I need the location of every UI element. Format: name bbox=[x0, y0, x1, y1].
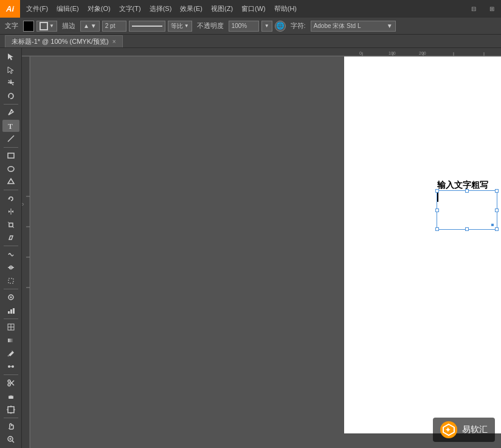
column-graph-tool[interactable] bbox=[2, 305, 19, 317]
menu-view[interactable]: 视图(Z) bbox=[207, 0, 237, 18]
handle-top-right[interactable] bbox=[495, 189, 499, 193]
lasso-tool[interactable] bbox=[2, 90, 19, 103]
svg-marker-12 bbox=[8, 198, 10, 199]
line-dropdown[interactable]: 等比▼ bbox=[168, 21, 192, 32]
selection-tool[interactable] bbox=[2, 50, 19, 63]
ellipse-tool[interactable] bbox=[2, 162, 19, 175]
toolbar: T bbox=[0, 48, 22, 448]
reflect-tool[interactable] bbox=[2, 205, 19, 218]
symbol-tool[interactable] bbox=[2, 291, 19, 304]
menu-edit[interactable]: 编辑(E) bbox=[53, 0, 83, 18]
blend-tool[interactable] bbox=[2, 360, 19, 373]
stroke-width-input[interactable]: 2 pt bbox=[102, 21, 126, 32]
tool-separator-6 bbox=[4, 319, 18, 319]
handle-middle-right[interactable] bbox=[495, 208, 499, 212]
handle-top-left[interactable] bbox=[435, 189, 439, 193]
svg-point-34 bbox=[8, 380, 10, 382]
svg-rect-38 bbox=[8, 407, 14, 413]
svg-point-10 bbox=[8, 167, 14, 171]
svg-point-5 bbox=[10, 81, 12, 84]
svg-point-6 bbox=[10, 109, 12, 111]
rect-tool[interactable] bbox=[2, 150, 19, 162]
opacity-label: 不透明度 bbox=[195, 21, 226, 30]
svg-point-30 bbox=[8, 365, 10, 368]
svg-text:✦: ✦ bbox=[445, 426, 451, 433]
stroke-stepper[interactable]: ▲▼ bbox=[80, 21, 100, 32]
handle-bottom-middle[interactable] bbox=[465, 227, 469, 231]
watermark-text: 易软汇 bbox=[462, 424, 488, 435]
scale-tool[interactable] bbox=[2, 218, 19, 231]
text-bounding-box[interactable]: 输入文字粗写 bbox=[437, 190, 497, 230]
svg-line-44 bbox=[12, 441, 14, 443]
type-tool[interactable]: T bbox=[2, 120, 19, 133]
handle-bottom-right[interactable] bbox=[495, 227, 499, 231]
stroke-label: 描边 bbox=[60, 21, 78, 30]
svg-rect-28 bbox=[8, 339, 14, 342]
canvas-area[interactable]: 0 100 200 0 输入文字粗写 bbox=[22, 48, 501, 448]
handle-bottom-left[interactable] bbox=[435, 227, 439, 231]
line-tool[interactable] bbox=[2, 133, 19, 145]
shear-tool[interactable] bbox=[2, 232, 19, 244]
polygon-tool[interactable] bbox=[2, 176, 19, 188]
svg-text:T: T bbox=[8, 122, 13, 130]
rotate-tool[interactable] bbox=[2, 192, 19, 205]
panel-icon[interactable]: ⊟ bbox=[465, 0, 483, 18]
svg-line-8 bbox=[8, 136, 14, 142]
svg-line-16 bbox=[13, 227, 14, 228]
menu-type[interactable]: 文字(T) bbox=[116, 0, 145, 18]
font-dropdown-arrow[interactable]: ▼ bbox=[387, 22, 393, 29]
tool-separator-1 bbox=[4, 104, 18, 105]
stroke-dropdown[interactable]: ▼ bbox=[36, 21, 57, 32]
artboard: 输入文字粗写 bbox=[344, 57, 501, 433]
svg-point-31 bbox=[12, 365, 14, 368]
warp-tool[interactable] bbox=[2, 248, 19, 261]
direct-selection-tool[interactable] bbox=[2, 64, 19, 77]
eraser-tool[interactable] bbox=[2, 390, 19, 403]
gradient-tool[interactable] bbox=[2, 334, 19, 347]
magic-wand-tool[interactable] bbox=[2, 77, 19, 89]
handle-top-middle[interactable] bbox=[465, 189, 469, 193]
menu-effect[interactable]: 效果(E) bbox=[176, 0, 206, 18]
opacity-dropdown-arrow[interactable]: ▼ bbox=[261, 21, 272, 32]
tool-separator-3 bbox=[4, 190, 18, 190]
font-name-input[interactable]: Adobe 宋体 Std L ▼ bbox=[311, 21, 396, 32]
globe-icon[interactable]: 🌐 bbox=[275, 21, 286, 32]
arrange-icon[interactable]: ⊞ bbox=[483, 0, 501, 18]
hand-tool[interactable] bbox=[2, 420, 19, 433]
svg-rect-23 bbox=[10, 309, 12, 314]
fill-color-swatch[interactable] bbox=[23, 21, 34, 32]
document-tab[interactable]: 未标题-1* @ 100% (CMYK/预览) × bbox=[5, 35, 123, 47]
control-bar: 文字 ▼ 描边 ▲▼ 2 pt 等比▼ 不透明度 100% ▼ 🌐 字符: Ad… bbox=[0, 18, 501, 35]
mesh-tool[interactable] bbox=[2, 321, 19, 334]
zoom-tool[interactable] bbox=[2, 433, 19, 446]
menu-file[interactable]: 文件(F) bbox=[22, 0, 52, 18]
handle-middle-left[interactable] bbox=[435, 208, 439, 212]
opacity-input[interactable]: 100% bbox=[229, 21, 259, 32]
svg-marker-11 bbox=[8, 179, 14, 184]
artboard-tool[interactable] bbox=[2, 403, 19, 416]
width-tool[interactable] bbox=[2, 261, 19, 274]
eyedropper-tool[interactable] bbox=[2, 347, 19, 360]
top-ruler: 0 100 200 bbox=[22, 48, 501, 57]
tool-separator-4 bbox=[4, 246, 18, 246]
menu-window[interactable]: 窗口(W) bbox=[238, 0, 269, 18]
app-logo: Ai bbox=[0, 0, 20, 18]
tab-close-button[interactable]: × bbox=[112, 38, 116, 45]
svg-rect-19 bbox=[9, 278, 13, 283]
watermark: ✦ 易软汇 bbox=[433, 418, 495, 442]
svg-rect-22 bbox=[8, 311, 10, 314]
svg-line-15 bbox=[8, 222, 9, 223]
free-transform-tool[interactable] bbox=[2, 275, 19, 288]
svg-text:0: 0 bbox=[22, 203, 24, 205]
text-content: 输入文字粗写 bbox=[437, 180, 488, 191]
line-style-preview[interactable] bbox=[129, 21, 165, 32]
pen-tool[interactable] bbox=[2, 106, 19, 119]
menu-help[interactable]: 帮助(H) bbox=[271, 0, 300, 18]
scissors-tool[interactable] bbox=[2, 377, 19, 390]
svg-line-4 bbox=[12, 84, 13, 85]
menu-object[interactable]: 对象(O) bbox=[84, 0, 114, 18]
title-bar: Ai 文件(F) 编辑(E) 对象(O) 文字(T) 选择(S) 效果(E) 视… bbox=[0, 0, 501, 18]
menu-select[interactable]: 选择(S) bbox=[146, 0, 176, 18]
main-area: T bbox=[0, 48, 501, 448]
svg-point-21 bbox=[10, 297, 12, 298]
